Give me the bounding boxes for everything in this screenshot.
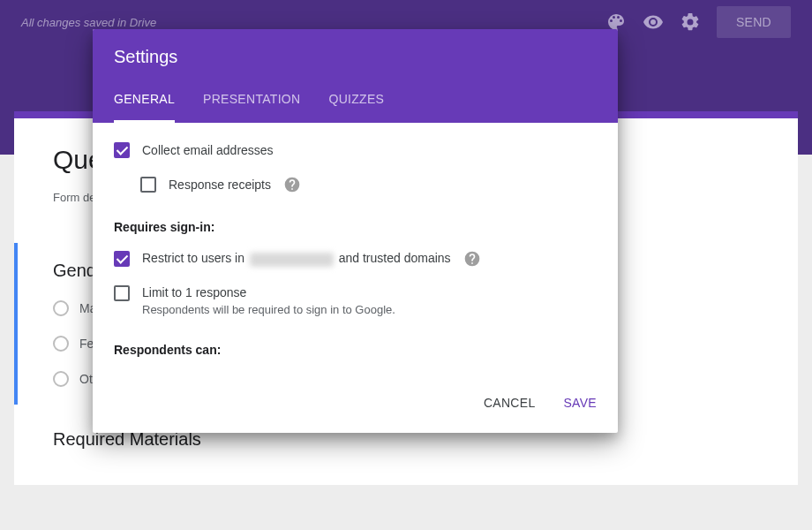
help-icon[interactable] [463, 250, 481, 268]
settings-modal: Settings GENERAL PRESENTATION QUIZZES Co… [93, 29, 618, 433]
respondents-can-label: Respondents can: [114, 343, 597, 357]
restrict-users-row: Restrict to users in and trusted domains [114, 250, 597, 268]
modal-tabs: GENERAL PRESENTATION QUIZZES [114, 92, 597, 123]
restrict-users-label: Restrict to users in and trusted domains [142, 251, 451, 266]
tab-general[interactable]: GENERAL [114, 92, 175, 123]
limit-response-row: Limit to 1 response Respondents will be … [114, 285, 597, 316]
modal-header: Settings GENERAL PRESENTATION QUIZZES [93, 29, 618, 123]
modal-title: Settings [114, 47, 597, 67]
tab-presentation[interactable]: PRESENTATION [203, 92, 300, 123]
response-receipts-checkbox[interactable] [140, 177, 156, 193]
response-receipts-label: Response receipts [169, 178, 271, 192]
save-button[interactable]: SAVE [560, 390, 600, 415]
collect-email-checkbox[interactable] [114, 142, 130, 158]
limit-response-checkbox[interactable] [114, 285, 130, 301]
response-receipts-row: Response receipts [140, 176, 597, 193]
collect-email-row: Collect email addresses [114, 142, 597, 158]
redacted-domain [250, 253, 334, 267]
requires-signin-label: Requires sign-in: [114, 220, 597, 234]
modal-actions: CANCEL SAVE [93, 382, 618, 433]
collect-email-label: Collect email addresses [142, 143, 274, 157]
tab-quizzes[interactable]: QUIZZES [328, 92, 384, 123]
cancel-button[interactable]: CANCEL [480, 390, 539, 415]
help-icon[interactable] [283, 176, 301, 193]
modal-body: Collect email addresses Response receipt… [93, 123, 618, 382]
restrict-prefix: Restrict to users in [142, 251, 248, 265]
restrict-users-checkbox[interactable] [114, 251, 130, 267]
limit-response-label: Limit to 1 response [142, 285, 395, 299]
limit-response-subtext: Respondents will be required to sign in … [142, 303, 395, 316]
restrict-suffix: and trusted domains [335, 251, 451, 265]
